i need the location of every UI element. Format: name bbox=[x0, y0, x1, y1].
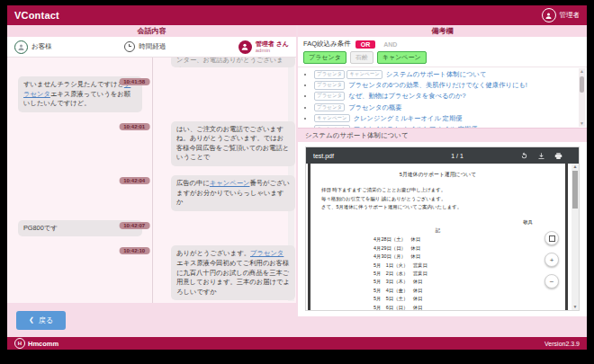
faq-link[interactable]: なぜ、動物はプラセンタを食べるのか? bbox=[346, 92, 465, 100]
message-text: 広告の中に bbox=[176, 179, 210, 187]
message-row: 10:42:10ありがとうございます。プラセンタエキス原液今回初めてご利用のお客… bbox=[16, 245, 284, 300]
app-window: VContact 管理者 会話内容 お客様 時間経過 bbox=[7, 5, 587, 350]
scroll-up-icon[interactable]: ▲ bbox=[579, 68, 585, 75]
faq-tag-chip: プラセンタ bbox=[314, 81, 345, 90]
faq-link[interactable]: プラセンタの6つの効果、美肌作りだけでなく健康作りにも! bbox=[346, 81, 527, 89]
message-row-partial: ンター、お電話ありがとうございます bbox=[16, 58, 284, 67]
hmcomm-logo-icon: H bbox=[14, 338, 25, 349]
pdf-page-area[interactable]: 5月連休のサポート運用について 拝啓 時下ますますご清栄のこととお慶び申し上げま… bbox=[306, 164, 579, 310]
filter-and-button[interactable]: AND bbox=[380, 40, 400, 49]
scroll-down-icon[interactable]: ▼ bbox=[579, 120, 585, 127]
fit-page-icon[interactable] bbox=[544, 231, 559, 245]
main-area: 会話内容 お客様 時間経過 管理者 さん bbox=[7, 25, 587, 337]
elapsed-label: 時間経過 bbox=[139, 42, 166, 51]
message-row: 10:42:07PG800です bbox=[16, 220, 284, 237]
pdf-toolbar: test.pdf 1 / 1 bbox=[306, 147, 579, 164]
zoom-out-icon[interactable]: − bbox=[544, 274, 559, 289]
faq-link[interactable]: プラセンタの概要 bbox=[346, 103, 401, 111]
faq-tag-chip: プラセンタ bbox=[314, 92, 345, 101]
pdf-body-line: さて、5月連休に伴うサポート運用についてご案内いたします。 bbox=[321, 203, 554, 212]
pdf-page-indicator: 1 / 1 bbox=[394, 153, 520, 159]
rotate-icon[interactable] bbox=[520, 152, 528, 160]
app-title: VContact bbox=[14, 10, 59, 21]
agent-header: 管理者 さん admin bbox=[238, 40, 289, 54]
pdf-ki: 記 bbox=[321, 227, 554, 234]
elapsed-header: 時間経過 bbox=[124, 41, 166, 52]
message-bubble: はい、ご注文のお電話でございますね。ありがとうございます。ではお客様今回広告をご… bbox=[171, 121, 295, 166]
faq-list-box[interactable]: プラセンタキャンペーン システムのサポート体制についてプラセンタ プラセンタの6… bbox=[298, 67, 587, 128]
chat-header: お客様 時間経過 管理者 さん admin bbox=[7, 37, 296, 58]
faq-item: プラセンタキャンペーン システムのサポート体制について bbox=[314, 70, 574, 79]
customer-avatar-icon bbox=[14, 40, 28, 54]
faq-item: プラセンタ プラセンタの概要 bbox=[314, 103, 574, 112]
pdf-viewer[interactable]: test.pdf 1 / 1 5月連休のサポート運用について 拝啓 時下ますます… bbox=[305, 146, 580, 311]
selected-faq-title: システムのサポート体制について bbox=[298, 128, 587, 142]
conversation-panel-title: 会話内容 bbox=[7, 25, 296, 37]
download-icon[interactable] bbox=[537, 152, 545, 160]
message-text: はい、ご注文のお電話でございますね。ありがとうございます。ではお客様今回広告をご… bbox=[176, 125, 289, 162]
filter-tag[interactable]: 石鹸 bbox=[350, 51, 374, 64]
zoom-in-icon[interactable]: + bbox=[544, 253, 559, 267]
chevron-left-icon: ❮ bbox=[29, 316, 34, 324]
pdf-body-line: 拝啓 時下ますますご清栄のこととお慶び申し上げます。 bbox=[321, 186, 554, 195]
pdf-schedule: 4月28日（土） 休日4月29日（日） 休日4月30日（月） 休日5月 1日（火… bbox=[374, 235, 554, 310]
agent-role: admin bbox=[256, 48, 289, 54]
app-footer: H Hmcomm Version2.3.9 bbox=[7, 337, 587, 350]
message-text: エキス原液今回初めてご利用のお客様に九百八十円のお試しの商品を三本ご用意しており… bbox=[176, 259, 290, 296]
chat-transcript[interactable]: ンター、お電話ありがとうございます 10:41:58すいませんチラシ見たんですけ… bbox=[7, 58, 296, 303]
scroll-up-icon[interactable]: ▲ bbox=[572, 164, 579, 170]
app-header: VContact 管理者 bbox=[7, 5, 587, 25]
faq-link[interactable]: システムのサポート体制について bbox=[384, 70, 487, 78]
pdf-backdrop: test.pdf 1 / 1 5月連休のサポート運用について 拝啓 時下ますます… bbox=[298, 142, 587, 316]
notes-panel-title: 備考欄 bbox=[298, 25, 587, 37]
user-avatar-icon bbox=[542, 8, 556, 22]
keyword-link[interactable]: キャンペーン bbox=[210, 179, 250, 187]
message-bubble: ありがとうございます。プラセンタエキス原液今回初めてご利用のお客様に九百八十円の… bbox=[171, 245, 295, 300]
message-bubble: ンター、お電話ありがとうございます bbox=[171, 58, 295, 67]
keyword-link[interactable]: プラセンタ bbox=[250, 249, 284, 257]
pdf-schedule-line: 5月 5日（土） 休日 bbox=[374, 295, 554, 303]
customer-label: お客様 bbox=[32, 42, 52, 51]
pdf-schedule-line: 5月 6日（日） 休日 bbox=[374, 304, 554, 310]
faq-item: キャンペーン クレンジングミルキーオイル 定期便 bbox=[314, 114, 574, 123]
pdf-scrollbar[interactable]: ▲ ▼ bbox=[572, 164, 579, 310]
agent-name: 管理者 さん bbox=[256, 40, 289, 48]
version-label: Version2.3.9 bbox=[544, 341, 580, 347]
pdf-doc-title: 5月連休のサポート運用について bbox=[321, 171, 554, 179]
faq-tag-chip: プラセンタ bbox=[314, 103, 345, 112]
conversation-panel: 会話内容 お客様 時間経過 管理者 さん bbox=[7, 25, 296, 337]
pdf-body-line: 毎々格別のお引立てを賜り 誠にありがとうございます。 bbox=[321, 195, 554, 204]
faq-filter: FAQ絞込み条件 OR AND プラセンタ石鹸キャンペーン bbox=[298, 37, 587, 67]
pdf-schedule-line: 5月 1日（火） 営業日 bbox=[374, 262, 554, 270]
faq-item: キャンペーン マイネイリスト ネイルケアオイル 定期便 bbox=[314, 125, 574, 128]
faq-filter-label: FAQ絞込み条件 bbox=[303, 40, 351, 49]
faq-scrollbar[interactable]: ▲ ▼ bbox=[579, 68, 585, 127]
back-button[interactable]: ❮ 戻る bbox=[16, 311, 66, 330]
pdf-page: 5月連休のサポート運用について 拝啓 時下ますますご清栄のこととお慶び申し上げま… bbox=[308, 164, 568, 310]
scroll-down-icon[interactable]: ▼ bbox=[572, 304, 579, 310]
print-icon[interactable] bbox=[554, 152, 562, 160]
filter-tag[interactable]: キャンペーン bbox=[377, 51, 427, 64]
message-row: 10:41:58すいませんチラシ見たんですけどプラセンタエキス原液っていうをお願… bbox=[16, 76, 284, 112]
filter-or-button[interactable]: OR bbox=[356, 40, 376, 49]
faq-link[interactable]: マイネイリスト ネイルケアオイル 定期便 bbox=[352, 125, 478, 128]
clock-icon bbox=[124, 41, 135, 52]
pdf-schedule-line: 4月30日（月） 休日 bbox=[374, 253, 554, 261]
faq-item: プラセンタ なぜ、動物はプラセンタを食べるのか? bbox=[314, 92, 574, 101]
message-text: すいませんチラシ見たんですけど bbox=[23, 80, 124, 88]
faq-link[interactable]: クレンジングミルキーオイル 定期便 bbox=[352, 114, 463, 122]
pdf-closing: 敬具 bbox=[321, 219, 533, 226]
faq-tag-chip: キャンペーン bbox=[314, 125, 350, 128]
pdf-scrollbar-thumb[interactable] bbox=[572, 171, 578, 209]
message-row: 10:42:04広告の中にキャンペーン番号がございますがお分かりでいらっしゃいま… bbox=[16, 175, 284, 211]
back-row: ❮ 戻る bbox=[7, 303, 296, 337]
pdf-schedule-line: 5月 2日（水） 営業日 bbox=[374, 270, 554, 278]
filter-tag[interactable]: プラセンタ bbox=[303, 51, 346, 64]
faq-scrollbar-thumb[interactable] bbox=[580, 76, 584, 93]
faq-tag-chip: キャンペーン bbox=[314, 114, 350, 123]
message-bubble: 広告の中にキャンペーン番号がございますがお分かりでいらっしゃいますか bbox=[171, 175, 295, 211]
message-timestamp: 10:42:07 bbox=[119, 222, 149, 229]
message-text: PG800です bbox=[23, 224, 58, 232]
brand: H Hmcomm bbox=[14, 338, 58, 349]
header-user[interactable]: 管理者 bbox=[542, 8, 580, 22]
